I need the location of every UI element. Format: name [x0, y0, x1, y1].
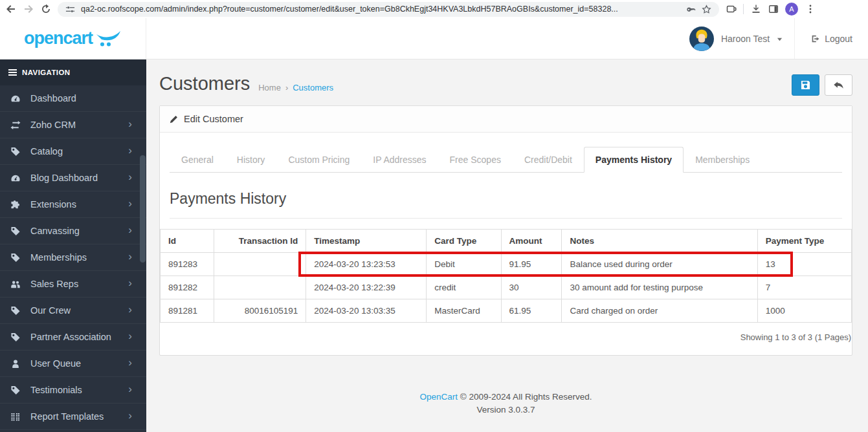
chevron-right-icon: › [128, 171, 132, 184]
sidebar-item-report-templates[interactable]: Report Templates› [0, 404, 146, 430]
user-menu[interactable]: Haroon Test [678, 18, 794, 59]
address-bar[interactable]: qa2-oc.roofscope.com/admin/index.php?rou… [58, 2, 719, 17]
opencart-logo[interactable]: opencart [0, 18, 146, 59]
extensions-icon[interactable] [726, 4, 737, 15]
sidebar-item-blog-dashboard[interactable]: Blog Dashboard› [0, 165, 146, 191]
sidebar-item-label: Sales Reps [30, 279, 78, 289]
puzzle-icon [10, 199, 23, 210]
panel-body: GeneralHistoryCustom PricingIP Addresses… [160, 133, 852, 355]
chevron-right-icon: › [128, 409, 132, 422]
chevron-right-icon: › [128, 197, 132, 210]
table-cell: 891283 [161, 253, 214, 276]
column-header-card-type: Card Type [427, 230, 501, 253]
opencart-footer-link[interactable]: OpenCart [420, 392, 458, 402]
nav-title-label: NAVIGATION [22, 69, 71, 76]
back-button[interactable] [825, 74, 852, 96]
tab-ip-addresses[interactable]: IP Addresses [361, 147, 438, 173]
reload-icon[interactable] [40, 4, 51, 15]
sidebar-item-our-crew[interactable]: Our Crew› [0, 297, 146, 324]
tab-memberships[interactable]: Memberships [684, 147, 761, 173]
tag-icon [10, 385, 23, 395]
user-name: Haroon Test [721, 34, 770, 44]
table-row: 8912832024-03-20 13:23:53Debit91.95Balan… [161, 253, 852, 276]
cart-icon [96, 31, 122, 47]
download-icon[interactable] [750, 4, 761, 15]
sidebar: NAVIGATION DashboardZoho CRM›Catalog›Blo… [0, 59, 146, 432]
sidebar-scrollbar[interactable] [140, 155, 146, 263]
chevron-right-icon: › [128, 224, 132, 237]
browser-profile-avatar[interactable]: A [785, 3, 798, 16]
sidebar-item-label: Zoho CRM [30, 120, 76, 130]
menu-kebab-icon[interactable] [805, 4, 816, 15]
side-panel-icon[interactable] [768, 4, 779, 15]
version-text: Version 3.0.3.7 [159, 405, 852, 415]
logout-icon [810, 34, 819, 43]
tab-history[interactable]: History [225, 147, 277, 173]
sidebar-item-zoho-crm[interactable]: Zoho CRM› [0, 112, 146, 138]
tab-free-scopes[interactable]: Free Scopes [438, 147, 513, 173]
reply-arrow-icon [833, 80, 844, 91]
sidebar-item-user-queue[interactable]: User Queue› [0, 351, 146, 377]
column-header-id: Id [161, 230, 214, 253]
panel-heading-label: Edit Customer [184, 114, 243, 124]
gauge-icon [10, 93, 23, 103]
sidebar-item-extensions[interactable]: Extensions› [0, 191, 146, 218]
gauge-icon [10, 173, 23, 183]
tab-credit-debit[interactable]: Credit/Debit [513, 147, 584, 173]
forward-icon[interactable] [23, 4, 34, 15]
back-icon[interactable] [5, 4, 16, 15]
table-cell: 7 [757, 276, 851, 299]
tag-icon [10, 226, 23, 236]
site-info-icon[interactable] [65, 5, 75, 14]
save-floppy-icon [801, 80, 810, 90]
bookmark-star-icon[interactable] [702, 5, 711, 14]
table-cell: 2024-03-20 13:23:53 [306, 253, 427, 276]
table-cell: credit [427, 276, 501, 299]
column-header-notes: Notes [562, 230, 757, 253]
logout-label: Logout [825, 34, 852, 44]
tag-icon [10, 305, 23, 316]
logout-button[interactable]: Logout [794, 18, 868, 59]
table-header-row: IdTransaction IdTimestampCard TypeAmount… [161, 230, 852, 253]
breadcrumb-customers[interactable]: Customers [293, 83, 333, 92]
browser-toolbar: qa2-oc.roofscope.com/admin/index.php?rou… [0, 0, 868, 18]
sidebar-item-canvassing[interactable]: Canvassing› [0, 218, 146, 244]
breadcrumb: Home › Customers [258, 83, 333, 92]
page-head: Customers Home › Customers [159, 59, 852, 96]
table-cell: 2024-03-20 13:22:39 [306, 276, 427, 299]
sidebar-item-memberships[interactable]: Memberships› [0, 244, 146, 271]
sidebar-item-label: Blog Dashboard [30, 173, 98, 183]
table-row: 891281800161051912024-03-20 13:03:35Mast… [161, 299, 852, 323]
sidebar-item-dashboard[interactable]: Dashboard [0, 85, 146, 112]
pagination-text: Showing 1 to 3 of 3 (1 Pages) [161, 332, 851, 342]
exchange-icon [10, 120, 23, 130]
table-cell: 891281 [161, 299, 214, 323]
table-cell: Balance used during order [562, 253, 757, 276]
key-icon[interactable] [686, 5, 696, 14]
column-header-transaction-id: Transaction Id [214, 230, 306, 253]
table-cell [214, 253, 306, 276]
main-content: Customers Home › Customers Edit Customer [146, 59, 868, 432]
url-text[interactable]: qa2-oc.roofscope.com/admin/index.php?rou… [81, 5, 680, 14]
copyright-line: OpenCart © 2009-2024 All Rights Reserved… [159, 392, 852, 402]
payments-table-wrap: IdTransaction IdTimestampCard TypeAmount… [160, 229, 852, 323]
tab-custom-pricing[interactable]: Custom Pricing [276, 147, 361, 173]
sidebar-item-label: Catalog [30, 146, 63, 157]
pencil-icon [170, 115, 178, 124]
users-icon [10, 279, 23, 289]
table-row: 8912822024-03-20 13:22:39credit3030 amou… [161, 276, 852, 299]
tab-general[interactable]: General [170, 147, 225, 173]
tab-payments-history[interactable]: Payments History [584, 147, 684, 173]
sidebar-item-testimonials[interactable]: Testimonials› [0, 377, 146, 404]
sidebar-item-catalog[interactable]: Catalog› [0, 138, 146, 165]
table-cell: 91.95 [501, 253, 562, 276]
payments-table: IdTransaction IdTimestampCard TypeAmount… [160, 229, 852, 323]
save-button[interactable] [792, 74, 819, 96]
sidebar-item-label: Partner Association [30, 332, 111, 342]
sidebar-item-sales-reps[interactable]: Sales Reps› [0, 271, 146, 297]
breadcrumb-home[interactable]: Home [258, 83, 281, 92]
sidebar-item-partner-association[interactable]: Partner Association› [0, 324, 146, 351]
toolbar-divider [743, 4, 744, 14]
grid-icon [10, 411, 23, 422]
sidebar-menu: DashboardZoho CRM›Catalog›Blog Dashboard… [0, 85, 146, 430]
